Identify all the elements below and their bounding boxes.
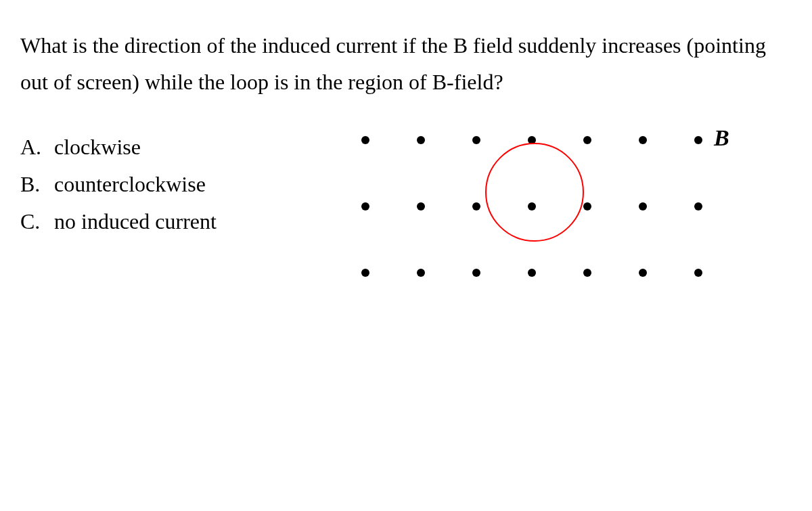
option-letter: B. [20, 172, 54, 197]
loop-circle-icon [486, 143, 583, 241]
field-dot-icon [583, 202, 591, 210]
option-letter: A. [20, 135, 54, 160]
field-dot-icon [639, 136, 647, 144]
field-dot-icon [528, 269, 536, 277]
field-dot-icon [694, 136, 702, 144]
field-dot-icon [694, 269, 702, 277]
field-dot-icon [472, 136, 480, 144]
field-label: B [714, 125, 729, 151]
option-c: C. no induced current [20, 209, 338, 234]
field-dot-icon [639, 202, 647, 210]
field-dot-icon [361, 202, 369, 210]
field-dot-icon [472, 269, 480, 277]
field-dot-icon [417, 202, 425, 210]
option-a: A. clockwise [20, 135, 338, 160]
option-text: counterclockwise [54, 172, 206, 197]
field-dot-icon [694, 202, 702, 210]
field-dot-icon [472, 202, 480, 210]
diagram-svg [338, 128, 758, 317]
field-dot-icon [361, 269, 369, 277]
option-text: clockwise [54, 135, 141, 160]
field-dot-icon [639, 269, 647, 277]
field-dot-icon [417, 269, 425, 277]
options-list: A. clockwise B. counterclockwise C. no i… [20, 128, 338, 246]
field-dot-icon [361, 136, 369, 144]
option-text: no induced current [54, 209, 217, 234]
field-dot-icon [583, 269, 591, 277]
question-text: What is the direction of the induced cur… [20, 27, 792, 101]
field-dot-icon [583, 136, 591, 144]
option-b: B. counterclockwise [20, 172, 338, 197]
field-diagram: B [338, 128, 758, 317]
option-letter: C. [20, 209, 54, 234]
field-dot-icon [528, 202, 536, 210]
content-row: A. clockwise B. counterclockwise C. no i… [20, 128, 792, 317]
field-dot-icon [417, 136, 425, 144]
